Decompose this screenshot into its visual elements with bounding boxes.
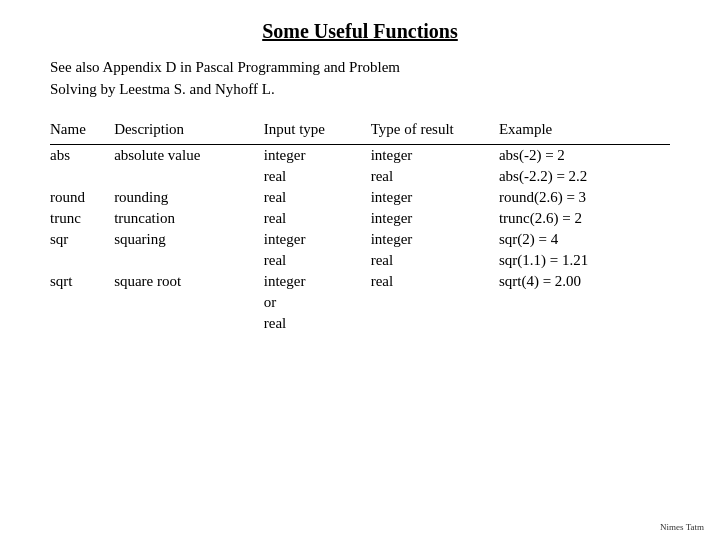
cell-result_type (371, 313, 499, 334)
header-result-type: Type of result (371, 119, 499, 145)
cell-result_type: integer (371, 144, 499, 166)
cell-result_type: integer (371, 187, 499, 208)
cell-description: absolute value (114, 144, 264, 166)
cell-input_type: real (264, 250, 371, 271)
cell-name: abs (50, 144, 114, 166)
cell-result_type: integer (371, 208, 499, 229)
header-input-type: Input type (264, 119, 371, 145)
cell-example: sqr(1.1) = 1.21 (499, 250, 670, 271)
cell-input_type: real (264, 208, 371, 229)
table-row: realrealsqr(1.1) = 1.21 (50, 250, 670, 271)
cell-example: trunc(2.6) = 2 (499, 208, 670, 229)
table-row: or (50, 292, 670, 313)
cell-description: squaring (114, 229, 264, 250)
cell-name: round (50, 187, 114, 208)
cell-example: round(2.6) = 3 (499, 187, 670, 208)
cell-name: trunc (50, 208, 114, 229)
functions-table: Name Description Input type Type of resu… (50, 119, 670, 334)
cell-result_type: real (371, 250, 499, 271)
cell-input_type: integer (264, 144, 371, 166)
cell-name (50, 166, 114, 187)
cell-input_type: real (264, 166, 371, 187)
cell-input_type: real (264, 313, 371, 334)
cell-example: abs(-2) = 2 (499, 144, 670, 166)
cell-example (499, 292, 670, 313)
header-description: Description (114, 119, 264, 145)
subtitle-line1: See also Appendix D in Pascal Programmin… (50, 59, 400, 75)
cell-description (114, 250, 264, 271)
table-row: absabsolute valueintegerintegerabs(-2) =… (50, 144, 670, 166)
cell-description (114, 292, 264, 313)
table-row: trunctruncationrealintegertrunc(2.6) = 2 (50, 208, 670, 229)
page: Some Useful Functions See also Appendix … (0, 0, 720, 540)
cell-description: square root (114, 271, 264, 292)
subtitle: See also Appendix D in Pascal Programmin… (50, 57, 670, 101)
cell-example: sqrt(4) = 2.00 (499, 271, 670, 292)
subtitle-line2: Solving by Leestma S. and Nyhoff L. (50, 81, 275, 97)
page-title: Some Useful Functions (50, 20, 670, 43)
cell-result_type: real (371, 166, 499, 187)
cell-input_type: integer (264, 271, 371, 292)
cell-result_type: real (371, 271, 499, 292)
cell-result_type (371, 292, 499, 313)
table-row: realrealabs(-2.2) = 2.2 (50, 166, 670, 187)
table-row: roundroundingrealintegerround(2.6) = 3 (50, 187, 670, 208)
cell-name (50, 250, 114, 271)
cell-description: rounding (114, 187, 264, 208)
table-row: sqrtsquare rootintegerrealsqrt(4) = 2.00 (50, 271, 670, 292)
cell-name: sqrt (50, 271, 114, 292)
cell-result_type: integer (371, 229, 499, 250)
cell-description (114, 166, 264, 187)
footer-text: Nimes Tatm (660, 522, 704, 532)
cell-name: sqr (50, 229, 114, 250)
cell-example: abs(-2.2) = 2.2 (499, 166, 670, 187)
cell-input_type: real (264, 187, 371, 208)
cell-input_type: or (264, 292, 371, 313)
table-row: real (50, 313, 670, 334)
cell-name (50, 292, 114, 313)
cell-description (114, 313, 264, 334)
cell-input_type: integer (264, 229, 371, 250)
table-row: sqrsquaringintegerintegersqr(2) = 4 (50, 229, 670, 250)
header-name: Name (50, 119, 114, 145)
cell-description: truncation (114, 208, 264, 229)
cell-example: sqr(2) = 4 (499, 229, 670, 250)
cell-name (50, 313, 114, 334)
cell-example (499, 313, 670, 334)
header-example: Example (499, 119, 670, 145)
